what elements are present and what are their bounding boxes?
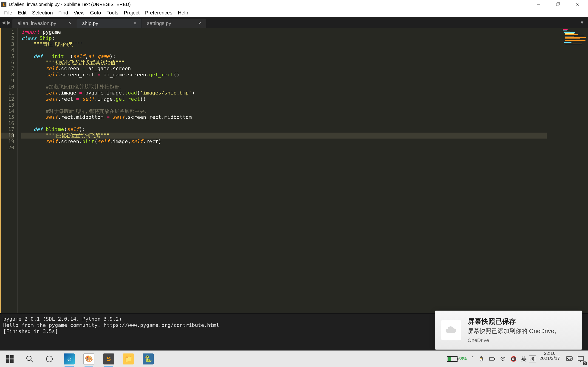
- svg-rect-15: [494, 358, 495, 360]
- tray-ime-mode[interactable]: 拼: [529, 356, 536, 362]
- tray-power-icon[interactable]: [487, 351, 498, 367]
- line-number[interactable]: 4: [0, 48, 14, 54]
- menu-file[interactable]: File: [1, 10, 15, 16]
- code-line[interactable]: def blitme(self):: [21, 126, 547, 133]
- code-line[interactable]: [21, 120, 547, 127]
- code-line[interactable]: self.screen = ai_game.screen: [21, 66, 547, 72]
- code-line[interactable]: [21, 102, 547, 108]
- action-center-icon[interactable]: 3: [575, 351, 586, 367]
- tab-label: alien_invasion.py: [17, 20, 56, 26]
- code-line[interactable]: #对于每艘新飞船，都将其放在屏幕底部中央。: [21, 108, 547, 115]
- line-number[interactable]: 9: [0, 78, 14, 84]
- close-icon[interactable]: ×: [198, 20, 201, 26]
- line-number[interactable]: 14: [0, 108, 14, 115]
- svg-point-11: [27, 356, 31, 361]
- line-number[interactable]: 13: [0, 102, 14, 108]
- tab-strip: ◀ ▶ alien_invasion.py×ship.py×settings.p…: [0, 17, 588, 28]
- code-line[interactable]: [21, 145, 547, 151]
- code-line[interactable]: [21, 78, 547, 84]
- taskbar-app-paint[interactable]: 🎨: [79, 351, 99, 367]
- battery-indicator[interactable]: 38%: [445, 351, 469, 367]
- taskbar-app-explorer[interactable]: 📁: [119, 351, 138, 367]
- tray-qq-icon[interactable]: 🐧: [476, 351, 487, 367]
- line-number[interactable]: 15: [0, 114, 14, 120]
- tray-wifi-icon[interactable]: [498, 351, 508, 367]
- line-number[interactable]: 18: [0, 133, 14, 139]
- svg-rect-14: [489, 358, 494, 360]
- code-line[interactable]: self.screen_rect = ai_game.screen.get_re…: [21, 72, 547, 78]
- line-number[interactable]: 17: [0, 126, 14, 133]
- code-line[interactable]: import pygame: [21, 29, 547, 35]
- menu-help[interactable]: Help: [175, 10, 191, 16]
- line-number[interactable]: 5: [0, 53, 14, 60]
- maximize-button[interactable]: [548, 0, 568, 9]
- code-line[interactable]: class Ship:: [21, 35, 547, 42]
- menu-edit[interactable]: Edit: [15, 10, 29, 16]
- line-number[interactable]: 10: [0, 84, 14, 90]
- close-icon[interactable]: ×: [69, 20, 72, 26]
- window-title: D:\alien_invasion\ship.py - Sublime Text…: [9, 2, 131, 7]
- line-number[interactable]: 6: [0, 60, 14, 66]
- code-line[interactable]: self.image = pygame.image.load('images/s…: [21, 90, 547, 96]
- tray-input-indicator-icon[interactable]: [564, 351, 575, 367]
- close-icon[interactable]: ×: [133, 20, 137, 26]
- menu-tools[interactable]: Tools: [104, 10, 121, 16]
- close-button[interactable]: [568, 0, 587, 9]
- editor[interactable]: 1234567891011121314151617181920 import p…: [0, 28, 588, 313]
- search-button[interactable]: [20, 351, 40, 367]
- minimize-button[interactable]: [528, 0, 548, 9]
- cortana-button[interactable]: [40, 351, 59, 367]
- line-number[interactable]: 7: [0, 66, 14, 72]
- menu-goto[interactable]: Goto: [87, 10, 104, 16]
- code-line[interactable]: def __init__(self,ai_game):: [21, 53, 547, 60]
- tab-history-back-icon[interactable]: ◀: [1, 20, 6, 25]
- svg-point-13: [46, 356, 52, 362]
- code-line[interactable]: """初始化飞船并设置其初始值""": [21, 60, 547, 66]
- tab-ship-py[interactable]: ship.py×: [77, 19, 141, 28]
- line-number[interactable]: 19: [0, 139, 14, 145]
- tray-clock[interactable]: 22:16 2021/3/17: [536, 351, 564, 367]
- minimap[interactable]: [547, 28, 588, 313]
- line-number[interactable]: 12: [0, 96, 14, 102]
- menu-preferences[interactable]: Preferences: [142, 10, 175, 16]
- line-number[interactable]: 16: [0, 120, 14, 127]
- code-line[interactable]: """管理飞船的类""": [21, 41, 547, 48]
- tray-chevron-up-icon[interactable]: ˄: [469, 351, 476, 367]
- line-number[interactable]: 3: [0, 41, 14, 48]
- tab-history-forward-icon[interactable]: ▶: [6, 20, 11, 25]
- code-line[interactable]: #加载飞船图像并获取其外接矩形。: [21, 84, 547, 90]
- svg-point-19: [571, 358, 571, 359]
- code-line[interactable]: self.rect = self.image.get_rect(): [21, 96, 547, 102]
- menu-view[interactable]: View: [71, 10, 87, 16]
- line-number[interactable]: 2: [0, 35, 14, 42]
- menu-bar: FileEditSelectionFindViewGotoToolsProjec…: [0, 9, 588, 17]
- taskbar-app-edge[interactable]: e: [59, 351, 79, 367]
- tray-volume-icon[interactable]: 🔇: [508, 351, 519, 367]
- svg-rect-2: [557, 2, 560, 5]
- menu-find[interactable]: Find: [56, 10, 71, 16]
- line-gutter[interactable]: 1234567891011121314151617181920: [0, 28, 17, 313]
- code-line[interactable]: self.screen.blit(self.image,self.rect): [21, 139, 547, 145]
- menu-project[interactable]: Project: [121, 10, 142, 16]
- line-number[interactable]: 11: [0, 90, 14, 96]
- tab-settings-py[interactable]: settings.py×: [142, 19, 206, 28]
- battery-percent: 38%: [458, 357, 467, 361]
- code-line[interactable]: [21, 48, 547, 54]
- tray-ime-lang[interactable]: 英: [519, 351, 529, 367]
- line-number[interactable]: 1: [0, 29, 14, 35]
- line-number[interactable]: 20: [0, 145, 14, 151]
- code-line[interactable]: self.rect.midbottom = self.screen_rect.m…: [21, 114, 547, 120]
- svg-line-12: [31, 360, 33, 362]
- notification-title: 屏幕快照已保存: [468, 317, 560, 326]
- tab-alien_invasion-py[interactable]: alien_invasion.py×: [12, 19, 77, 28]
- taskbar-app-sublime[interactable]: S: [99, 351, 119, 367]
- line-number[interactable]: 8: [0, 72, 14, 78]
- code-area[interactable]: import pygameclass Ship: """管理飞船的类""" de…: [17, 28, 547, 313]
- taskbar-app-python[interactable]: 🐍: [138, 351, 158, 367]
- code-line[interactable]: """在指定位置绘制飞船""": [21, 133, 547, 139]
- start-button[interactable]: [0, 351, 20, 367]
- menu-selection[interactable]: Selection: [29, 10, 56, 16]
- system-tray: 38% ˄ 🐧 🔇 英 拼 22:16 2021/3/17 3: [445, 351, 588, 367]
- tab-overflow-icon[interactable]: ▼: [576, 17, 588, 28]
- onedrive-notification[interactable]: 屏幕快照已保存 屏幕快照已添加到你的 OneDrive。 OneDrive: [435, 311, 582, 350]
